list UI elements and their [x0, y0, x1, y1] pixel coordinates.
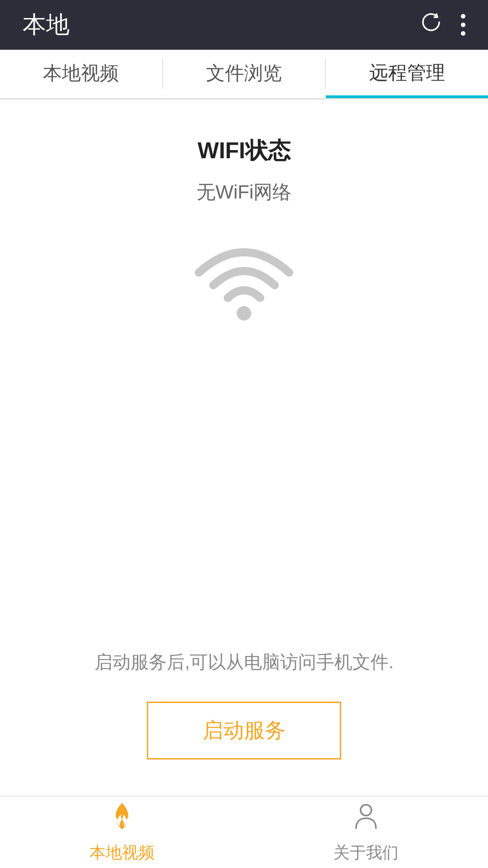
refresh-icon[interactable] — [419, 10, 443, 39]
wifi-status-title: WIFI状态 — [197, 136, 291, 166]
tab-file-browser[interactable]: 文件浏览 — [163, 50, 325, 98]
nav-item-about-us[interactable]: 关于我们 — [244, 801, 488, 864]
nav-label-local-video: 本地视频 — [89, 842, 155, 864]
more-icon[interactable] — [461, 13, 465, 37]
service-info: 启动服务后,可以从电脑访问手机文件. — [94, 650, 394, 675]
svg-point-0 — [237, 306, 251, 321]
main-content: WIFI状态 无WiFi网络 启动服务后,可以从电脑访问手机文件. 启动服务 — [0, 99, 488, 796]
wifi-icon — [185, 227, 303, 327]
svg-point-1 — [361, 805, 371, 816]
app-header: 本地 — [0, 0, 488, 50]
bottom-navigation: 本地视频 关于我们 — [0, 796, 488, 868]
header-title: 本地 — [23, 9, 70, 41]
tab-local-video[interactable]: 本地视频 — [0, 50, 162, 98]
nav-label-about-us: 关于我们 — [333, 842, 399, 864]
person-icon — [352, 801, 380, 838]
tab-remote-manage[interactable]: 远程管理 — [326, 50, 488, 98]
start-service-button[interactable]: 启动服务 — [147, 702, 341, 760]
tab-bar: 本地视频 文件浏览 远程管理 — [0, 50, 488, 99]
nav-item-local-video[interactable]: 本地视频 — [0, 801, 244, 864]
wifi-status-subtitle: 无WiFi网络 — [197, 179, 291, 205]
header-actions — [419, 10, 465, 39]
fire-icon — [108, 801, 136, 838]
